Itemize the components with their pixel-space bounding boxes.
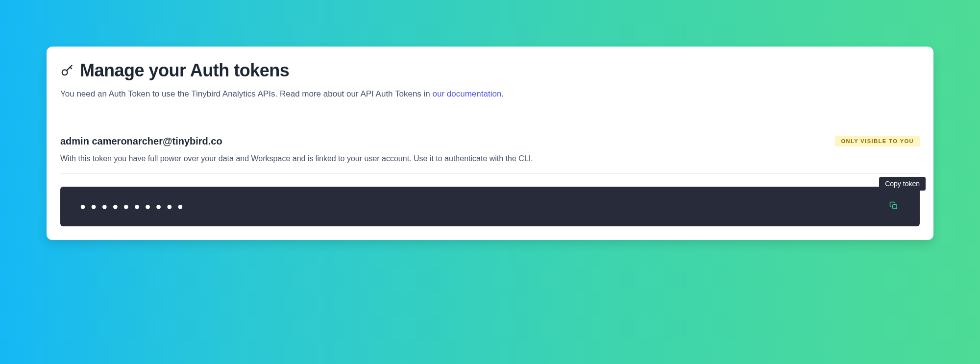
token-masked-value: ●●●●●●●●●● <box>80 201 188 212</box>
page-header: Manage your Auth tokens <box>60 60 920 81</box>
token-header: admin cameronarcher@tinybird.co ONLY VIS… <box>60 136 920 147</box>
token-box: ●●●●●●●●●● <box>60 187 920 226</box>
documentation-link[interactable]: our documentation <box>433 89 502 98</box>
page-description-suffix: . <box>501 89 504 98</box>
copy-icon <box>889 201 898 212</box>
page-description: You need an Auth Token to use the Tinybi… <box>60 88 920 100</box>
page-description-prefix: You need an Auth Token to use the Tinybi… <box>60 89 433 98</box>
visibility-badge: ONLY VISIBLE TO YOU <box>835 136 920 146</box>
svg-rect-3 <box>893 204 897 208</box>
copy-button[interactable] <box>887 199 900 214</box>
token-box-wrap: Copy token ●●●●●●●●●● <box>60 187 920 226</box>
svg-line-2 <box>70 67 72 69</box>
page-title: Manage your Auth tokens <box>80 60 289 81</box>
token-name: admin cameronarcher@tinybird.co <box>60 136 222 147</box>
key-icon <box>60 64 74 77</box>
divider <box>60 173 920 174</box>
copy-tooltip: Copy token <box>879 177 926 191</box>
token-description: With this token you have full power over… <box>60 153 920 165</box>
auth-tokens-card: Manage your Auth tokens You need an Auth… <box>47 47 933 240</box>
